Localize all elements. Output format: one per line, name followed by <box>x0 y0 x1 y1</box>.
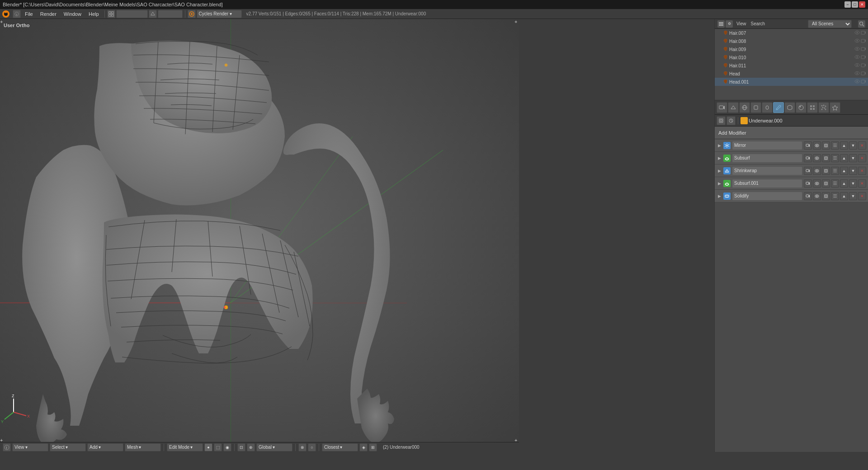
shrinkwrap-expand-toggle[interactable]: ▶ <box>717 168 722 174</box>
shrinkwrap-down-btn[interactable]: ▼ <box>849 167 857 175</box>
file-menu[interactable]: File <box>22 10 36 18</box>
view-dropdown[interactable]: View▾ <box>12 443 48 451</box>
subsurf001-eye-btn[interactable] <box>813 179 821 188</box>
info-status-icon[interactable]: i <box>3 443 11 451</box>
outliner-view-btn[interactable] <box>717 20 725 28</box>
select-dropdown[interactable]: Select▾ <box>50 443 86 451</box>
mirror-edit-btn[interactable] <box>822 141 830 150</box>
snap-icon[interactable]: ⊡ <box>237 443 245 451</box>
hair007-eye[interactable] <box>854 30 860 36</box>
render-engine-dropdown[interactable]: Cycles Render ▾ <box>197 10 242 18</box>
mirror-delete-btn[interactable]: ✕ <box>858 141 866 150</box>
subsurf001-expand-toggle[interactable]: ▶ <box>717 181 722 186</box>
blender-logo[interactable] <box>2 10 10 18</box>
outliner-item-hair010[interactable]: Hair.010 <box>715 53 868 61</box>
outliner-item-hair011[interactable]: Hair.011 <box>715 61 868 70</box>
material-properties-btn[interactable] <box>796 102 807 113</box>
outliner-item-hair007[interactable]: Hair.007 <box>715 29 868 37</box>
transform-orientation[interactable]: Global▾ <box>256 443 292 451</box>
shrinkwrap-cage-btn[interactable]: ☷ <box>831 167 839 175</box>
edit-mode-dropdown[interactable]: Edit Mode▾ <box>167 443 203 451</box>
subsurf001-down-btn[interactable]: ▼ <box>849 179 857 188</box>
scene-icon[interactable] <box>149 10 157 18</box>
shrinkwrap-render-btn[interactable] <box>804 167 812 175</box>
solidify-up-btn[interactable]: ▲ <box>840 192 848 200</box>
outliner-settings-btn[interactable]: ⚙ <box>726 20 733 28</box>
hair011-eye[interactable] <box>854 63 860 68</box>
corner-bl[interactable]: + <box>0 437 5 442</box>
shrinkwrap-up-btn[interactable]: ▲ <box>840 167 848 175</box>
search-tab[interactable]: Search <box>751 21 765 26</box>
constraints-properties-btn[interactable] <box>762 102 773 113</box>
pivot-icon[interactable]: ⊗ <box>298 443 307 451</box>
subsurf001-up-btn[interactable]: ▲ <box>840 179 848 188</box>
prop-extra-btn1[interactable] <box>717 116 726 125</box>
subsurf-edit-btn[interactable] <box>822 154 830 162</box>
minimize-button[interactable]: − <box>844 1 851 8</box>
info-icon-btn[interactable]: i <box>13 10 21 18</box>
subsurf-expand-toggle[interactable]: ▶ <box>717 155 722 161</box>
subsurf-name-input[interactable] <box>732 154 802 163</box>
solidify-expand-toggle[interactable]: ▶ <box>717 193 722 199</box>
add-modifier-bar[interactable]: Add Modifier <box>715 127 868 139</box>
object-properties-btn[interactable] <box>750 102 761 113</box>
mirror-cage-btn[interactable]: ☷ <box>831 141 839 150</box>
head001-eye[interactable] <box>854 79 860 85</box>
shrinkwrap-edit-btn[interactable] <box>822 167 830 175</box>
solidify-down-btn[interactable]: ▼ <box>849 192 857 200</box>
solidify-eye-btn[interactable] <box>813 192 821 200</box>
outliner-item-hair009[interactable]: Hair.009 <box>715 45 868 53</box>
hair007-cam[interactable] <box>861 30 866 36</box>
mirror-eye-btn[interactable] <box>813 141 821 150</box>
render-engine-icon[interactable] <box>188 10 196 18</box>
corner-tl[interactable]: + <box>0 19 5 24</box>
shrinkwrap-name-input[interactable] <box>732 166 802 175</box>
shrinkwrap-delete-btn[interactable]: ✕ <box>858 167 866 175</box>
physics-properties-btn[interactable] <box>830 102 840 113</box>
subsurf-render-btn[interactable] <box>804 154 812 162</box>
mirror-down-btn[interactable]: ▼ <box>849 141 857 150</box>
texture-properties-btn[interactable] <box>807 102 818 113</box>
scene-input[interactable]: Scene <box>158 10 183 18</box>
hair008-eye[interactable] <box>854 38 860 44</box>
pivot2-icon[interactable]: ○ <box>308 443 316 451</box>
subsurf001-edit-btn[interactable] <box>822 179 830 188</box>
head-cam[interactable] <box>861 71 866 76</box>
solidify-edit-btn[interactable] <box>822 192 830 200</box>
solidify-render-btn[interactable] <box>804 192 812 200</box>
solid-shading-btn[interactable]: ● <box>204 443 212 451</box>
outliner-item-head[interactable]: Head <box>715 70 868 78</box>
hair009-cam[interactable] <box>861 47 866 52</box>
wire-btn[interactable]: ⬚ <box>214 443 222 451</box>
maximize-button[interactable]: □ <box>852 1 858 8</box>
subsurf-eye-btn[interactable] <box>813 154 821 162</box>
view-tab[interactable]: View <box>736 21 746 26</box>
hair009-eye[interactable] <box>854 47 860 52</box>
subsurf-cage-btn[interactable]: ☷ <box>831 154 839 162</box>
data-properties-btn[interactable] <box>784 102 795 113</box>
solidify-delete-btn[interactable]: ✕ <box>858 192 866 200</box>
overlay-icon[interactable]: ◈ <box>359 443 368 451</box>
subsurf001-render-btn[interactable] <box>804 179 812 188</box>
mirror-name-input[interactable] <box>732 141 802 150</box>
prop-extra-btn2[interactable] <box>726 116 736 125</box>
modifier-properties-btn[interactable] <box>773 102 784 113</box>
hair010-cam[interactable] <box>861 55 866 60</box>
add-dropdown[interactable]: Add▾ <box>87 443 123 451</box>
help-menu[interactable]: Help <box>85 10 102 18</box>
shrinkwrap-eye-btn[interactable] <box>813 167 821 175</box>
mirror-expand-toggle[interactable]: ▶ <box>717 143 722 148</box>
subsurf001-name-input[interactable] <box>732 179 802 188</box>
window-menu[interactable]: Window <box>61 10 85 18</box>
hair011-cam[interactable] <box>861 63 866 68</box>
solidify-name-input[interactable] <box>732 192 802 201</box>
corner-br[interactable]: + <box>514 437 519 442</box>
search-icon[interactable] <box>858 20 865 28</box>
close-button[interactable]: ✕ <box>859 1 865 8</box>
subsurf-up-btn[interactable]: ▲ <box>840 154 848 162</box>
outliner-item-hair008[interactable]: Hair.008 <box>715 37 868 45</box>
head-eye[interactable] <box>854 71 860 76</box>
subsurf-down-btn[interactable]: ▼ <box>849 154 857 162</box>
head001-cam[interactable] <box>861 79 866 85</box>
mesh-dropdown[interactable]: Mesh▾ <box>125 443 161 451</box>
